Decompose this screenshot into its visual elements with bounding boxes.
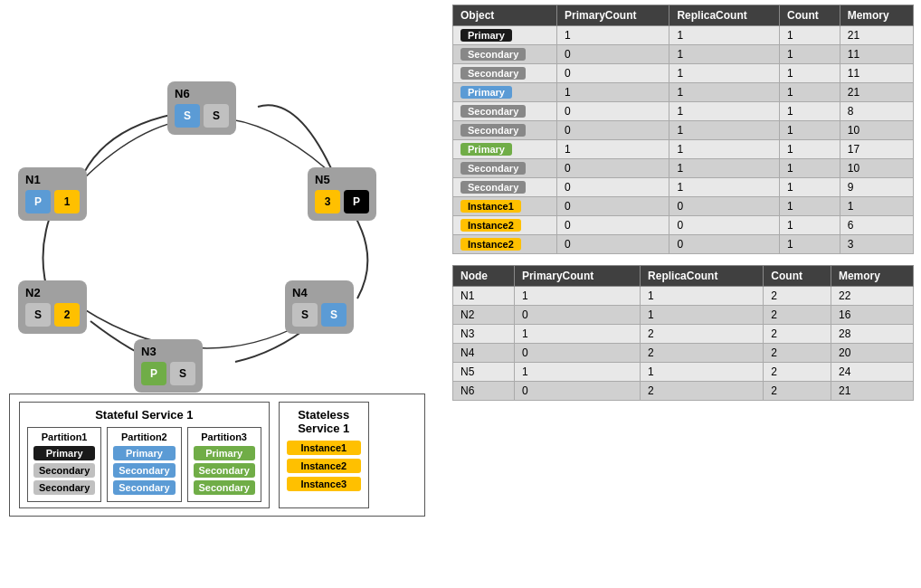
table-row: N6 0 2 2 21 (453, 382, 914, 401)
count-cell: 1 (780, 197, 840, 216)
stateful-partitions: Partition1 Primary Secondary Secondary P… (27, 427, 261, 502)
primary-count-cell: 1 (514, 363, 640, 382)
node-col-node: Node (453, 266, 515, 287)
chip-3-n5: 3 (315, 190, 340, 213)
count-cell: 1 (780, 216, 840, 235)
object-cell: Instance2 (453, 235, 557, 254)
object-badge: Primary (460, 86, 512, 99)
partition3-secondary1: Secondary (194, 463, 255, 478)
object-badge: Secondary (460, 124, 526, 137)
chip-s1-n4: S (292, 303, 318, 327)
node-name-cell: N2 (453, 306, 515, 325)
partition2: Partition2 Primary Secondary Secondary (107, 427, 181, 502)
stateless-instance1: Instance1 (287, 441, 361, 455)
node-name-cell: N6 (453, 382, 515, 401)
node-n2-label: N2 (25, 286, 41, 299)
primary-count-cell: 0 (557, 197, 669, 216)
node-col-memory: Memory (831, 266, 913, 287)
object-cell: Instance1 (453, 197, 557, 216)
memory-cell: 11 (840, 45, 913, 64)
node-col-count: Count (764, 266, 831, 287)
node-n4-label: N4 (292, 286, 308, 299)
object-table: Object PrimaryCount ReplicaCount Count M… (452, 5, 914, 254)
count-cell: 2 (764, 287, 831, 306)
memory-cell: 9 (840, 178, 913, 197)
partition2-title: Partition2 (113, 432, 175, 442)
table-row: N4 0 2 2 20 (453, 344, 914, 363)
count-cell: 2 (764, 344, 831, 363)
primary-count-cell: 1 (514, 325, 640, 344)
replica-count-cell: 1 (641, 306, 764, 325)
count-cell: 1 (780, 45, 840, 64)
node-n1-label: N1 (25, 173, 41, 186)
partition2-primary: Primary (113, 446, 175, 460)
chip-2-n2: 2 (54, 303, 80, 327)
table-row: Secondary 0 1 1 10 (453, 159, 914, 178)
obj-col-object: Object (453, 5, 557, 26)
node-n3-label: N3 (141, 345, 157, 358)
node-n1: N1 P 1 (18, 167, 87, 221)
node-n5: N5 3 P (308, 167, 376, 221)
count-cell: 1 (780, 83, 840, 102)
object-cell: Secondary (453, 45, 557, 64)
chip-s-n3: S (170, 362, 195, 385)
chip-s-n2: S (25, 303, 51, 327)
primary-count-cell: 0 (557, 64, 669, 83)
replica-count-cell: 2 (641, 344, 764, 363)
replica-count-cell: 1 (669, 83, 780, 102)
object-cell: Primary (453, 83, 557, 102)
object-badge: Secondary (460, 181, 526, 194)
primary-count-cell: 1 (557, 83, 669, 102)
table-row: Primary 1 1 1 17 (453, 140, 914, 159)
table-row: Instance2 0 0 1 6 (453, 216, 914, 235)
obj-col-memory: Memory (840, 5, 913, 26)
stateless-instance3: Instance3 (287, 477, 361, 491)
count-cell: 1 (780, 64, 840, 83)
replica-count-cell: 2 (641, 382, 764, 401)
count-cell: 2 (764, 363, 831, 382)
count-cell: 1 (780, 26, 840, 45)
replica-count-cell: 1 (669, 45, 780, 64)
memory-cell: 22 (831, 287, 913, 306)
partition1-secondary2: Secondary (33, 480, 95, 495)
partition1-primary: Primary (33, 446, 95, 460)
count-cell: 1 (780, 159, 840, 178)
primary-count-cell: 0 (557, 159, 669, 178)
memory-cell: 10 (840, 121, 913, 140)
replica-count-cell: 2 (641, 325, 764, 344)
table-row: Secondary 0 1 1 11 (453, 64, 914, 83)
object-cell: Primary (453, 140, 557, 159)
partition2-secondary1: Secondary (113, 463, 175, 478)
table-row: Secondary 0 1 1 10 (453, 121, 914, 140)
table-row: N2 0 1 2 16 (453, 306, 914, 325)
replica-count-cell: 1 (669, 102, 780, 121)
obj-col-count: Count (780, 5, 840, 26)
node-n5-label: N5 (315, 173, 330, 186)
object-badge: Primary (460, 29, 512, 42)
replica-count-cell: 1 (669, 159, 780, 178)
table-row: N3 1 2 2 28 (453, 325, 914, 344)
partition1-secondary1: Secondary (33, 463, 95, 478)
table-row: Secondary 0 1 1 9 (453, 178, 914, 197)
obj-col-replica-count: ReplicaCount (669, 5, 780, 26)
primary-count-cell: 0 (514, 382, 640, 401)
memory-cell: 21 (840, 26, 913, 45)
partition1: Partition1 Primary Secondary Secondary (27, 427, 101, 502)
replica-count-cell: 1 (641, 287, 764, 306)
node-n4: N4 S S (285, 280, 354, 334)
memory-cell: 24 (831, 363, 913, 382)
count-cell: 1 (780, 140, 840, 159)
replica-count-cell: 0 (669, 216, 780, 235)
object-badge: Secondary (460, 67, 526, 80)
obj-col-primary-count: PrimaryCount (557, 5, 669, 26)
table-row: Secondary 0 1 1 8 (453, 102, 914, 121)
object-cell: Instance2 (453, 216, 557, 235)
replica-count-cell: 1 (669, 140, 780, 159)
stateless-service-title: StatelessService 1 (287, 408, 361, 435)
primary-count-cell: 0 (514, 344, 640, 363)
primary-count-cell: 0 (514, 306, 640, 325)
memory-cell: 17 (840, 140, 913, 159)
object-badge: Secondary (460, 162, 526, 175)
table-row: N5 1 1 2 24 (453, 363, 914, 382)
object-cell: Primary (453, 26, 557, 45)
